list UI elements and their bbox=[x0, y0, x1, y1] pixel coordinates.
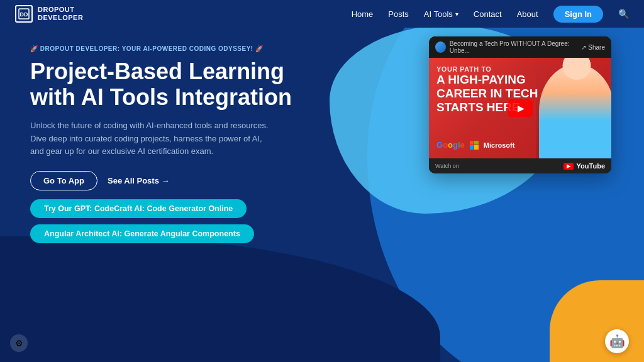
person-shape bbox=[539, 64, 611, 158]
bottom-left-icon[interactable]: ⚙ bbox=[10, 334, 28, 352]
microsoft-text: Microsoft bbox=[484, 141, 515, 149]
hero-tag-text: 🚀 DROPOUT DEVELOPER: YOUR AI-POWERED COD… bbox=[30, 45, 263, 52]
video-sponsor-logos: Google Microsoft bbox=[436, 140, 514, 150]
gpt-button[interactable]: Try Our GPT: CodeCraft AI: Code Generato… bbox=[30, 199, 247, 218]
person-head bbox=[563, 58, 591, 80]
hero-description: Unlock the future of coding with AI-enha… bbox=[30, 119, 269, 158]
youtube-text: YouTube bbox=[577, 162, 605, 170]
sign-in-button[interactable]: Sign In bbox=[553, 6, 603, 23]
video-footer: Watch on ▶ YouTube bbox=[429, 158, 611, 173]
video-header: Becoming a Tech Pro WITHOUT A Degree: Un… bbox=[429, 36, 611, 58]
hero-title: Project-Based Learning with AI Tools Int… bbox=[30, 58, 297, 111]
video-channel-avatar bbox=[435, 41, 446, 53]
hero-tag: 🚀 DROPOUT DEVELOPER: YOUR AI-POWERED COD… bbox=[30, 45, 297, 52]
nav-posts[interactable]: Posts bbox=[388, 9, 409, 19]
search-button[interactable]: 🔍 bbox=[618, 9, 629, 19]
nav-links: Home Posts AI Tools ▾ Contact About Sign… bbox=[352, 6, 629, 23]
video-channel-name: Becoming a Tech Pro WITHOUT A Degree: Un… bbox=[450, 40, 582, 54]
go-to-app-button[interactable]: Go To App bbox=[30, 171, 97, 190]
video-header-left: Becoming a Tech Pro WITHOUT A Degree: Un… bbox=[435, 40, 581, 54]
svg-text:DD: DD bbox=[20, 11, 28, 18]
video-thumbnail-image: YOUR PATH TO A HIGH-PAYINGCAREER IN TECH… bbox=[429, 58, 611, 158]
play-button[interactable]: ▶ bbox=[508, 99, 533, 117]
hero-section: 🚀 DROPOUT DEVELOPER: YOUR AI-POWERED COD… bbox=[0, 28, 327, 243]
logo-icon: DD bbox=[15, 5, 33, 23]
youtube-badge: ▶ YouTube bbox=[564, 162, 605, 170]
nav-ai-tools[interactable]: AI Tools ▾ bbox=[424, 9, 458, 19]
video-share[interactable]: ↗ Share bbox=[581, 44, 605, 51]
youtube-icon: ▶ bbox=[564, 163, 574, 170]
google-logo: Google bbox=[436, 140, 465, 150]
navbar: DD DROPOUT DEVELOPER Home Posts AI Tools… bbox=[0, 0, 644, 28]
watch-on-text: Watch on bbox=[435, 163, 459, 169]
logo-text: DROPOUT DEVELOPER bbox=[38, 6, 83, 22]
video-thumbnail[interactable]: Becoming a Tech Pro WITHOUT A Degree: Un… bbox=[429, 36, 611, 173]
microsoft-logo bbox=[470, 141, 479, 150]
video-person bbox=[536, 61, 611, 158]
nav-about[interactable]: About bbox=[517, 9, 538, 19]
video-path-text: YOUR PATH TO bbox=[436, 65, 538, 73]
hero-cta-row: Go To App See All Posts → bbox=[30, 171, 297, 190]
angular-button[interactable]: Angular Architect AI: Generate Angular C… bbox=[30, 224, 254, 243]
nav-contact[interactable]: Contact bbox=[474, 9, 502, 19]
see-all-posts-button[interactable]: See All Posts → bbox=[108, 176, 170, 185]
chat-bot-button[interactable]: 🤖 bbox=[605, 329, 629, 353]
chevron-down-icon: ▾ bbox=[455, 11, 458, 18]
nav-home[interactable]: Home bbox=[352, 9, 374, 19]
logo[interactable]: DD DROPOUT DEVELOPER bbox=[15, 5, 83, 23]
